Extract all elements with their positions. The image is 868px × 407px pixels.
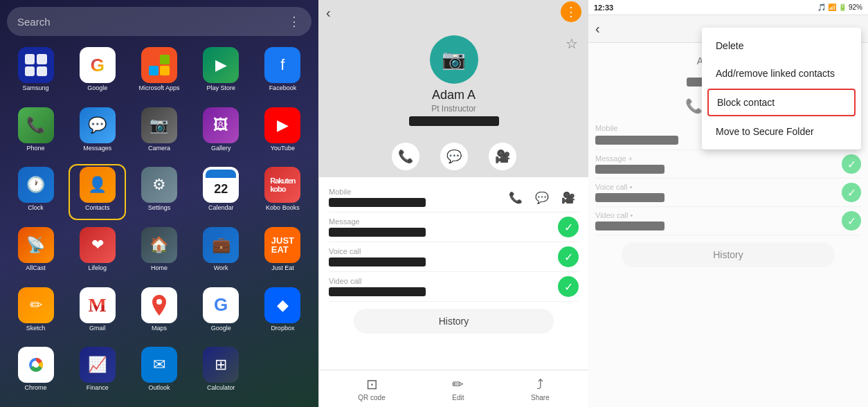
voice-field-row: Voice call ✓: [329, 242, 579, 272]
call-field-icon[interactable]: 📞: [505, 187, 526, 208]
call-action-button[interactable]: 📞: [392, 143, 419, 170]
status-time: 12:33: [594, 3, 613, 12]
video-action-button[interactable]: 🎥: [489, 143, 516, 170]
youtube-label: YouTube: [271, 145, 295, 152]
contact-bottom-bar: ⊡ QR code ✏ Edit ⤴ Share: [319, 370, 588, 407]
contacts-label: Contacts: [85, 205, 110, 212]
history-button[interactable]: History: [354, 309, 554, 334]
app-icon-messages[interactable]: 💬Messages: [69, 105, 126, 161]
app-icon-chrome[interactable]: Chrome: [7, 344, 64, 400]
delete-menu-item[interactable]: Delete: [702, 32, 861, 60]
edit-icon: ✏: [452, 376, 464, 392]
app-icon-camera[interactable]: 📷Camera: [130, 105, 188, 161]
message-action-button[interactable]: 💬: [440, 143, 468, 170]
secure-folder-menu-item[interactable]: Move to Secure Folder: [702, 118, 861, 145]
app-icon-gmail[interactable]: MGmail: [69, 284, 126, 341]
google2-icon: G: [203, 287, 239, 323]
video-label: Video call: [329, 277, 558, 285]
app-icon-finance[interactable]: 📈Finance: [69, 344, 126, 400]
whatsapp-icon[interactable]: ✓: [558, 217, 579, 237]
samsung-label: Samsung: [23, 85, 49, 92]
app-icon-clock[interactable]: 🕐Clock: [7, 164, 64, 220]
app-icon-facebook[interactable]: fFacebook: [254, 44, 311, 100]
app-icon-maps[interactable]: Maps: [130, 284, 188, 341]
add-remove-linked-menu-item[interactable]: Add/remove linked contacts: [702, 60, 861, 87]
app-icon-google[interactable]: GGoogle: [69, 44, 126, 100]
app-icon-microsoft[interactable]: Microsoft Apps: [130, 44, 188, 100]
app-icon-lifelog[interactable]: ❤Lifelog: [69, 224, 126, 280]
app-icon-calendar[interactable]: 22Calendar: [192, 164, 250, 220]
phone-icon: 📞: [18, 107, 54, 143]
message-label: Message: [329, 217, 558, 226]
video-field-icon[interactable]: 🎥: [558, 187, 579, 208]
svg-point-0: [156, 299, 162, 305]
allcast-icon: 📡: [18, 227, 54, 263]
lifelog-icon: ❤: [80, 227, 116, 263]
whatsapp-voice-icon[interactable]: ✓: [558, 246, 579, 267]
whatsapp-3: ✓: [842, 183, 861, 202]
share-button[interactable]: ⤴ Share: [531, 377, 550, 401]
message-value-redacted: [329, 228, 426, 237]
google-label: Google: [87, 85, 107, 92]
lifelog-label: Lifelog: [89, 265, 107, 272]
facebook-icon: f: [264, 47, 300, 83]
contact-name: Adam A: [432, 88, 476, 102]
google-icon: G: [80, 47, 116, 83]
justeat-label: Just Eat: [271, 265, 294, 272]
app-icon-contacts[interactable]: 👤Contacts: [69, 164, 126, 220]
dropbox-label: Dropbox: [271, 325, 294, 332]
app-icon-google2[interactable]: GGoogle: [192, 284, 250, 341]
share-label: Share: [531, 394, 550, 401]
back-icon[interactable]: ‹: [326, 5, 331, 21]
calculator-icon: ⊞: [203, 347, 239, 383]
sketch-label: Sketch: [26, 325, 46, 332]
mobile-label: Mobile: [329, 188, 505, 196]
justeat-icon: JUSTEAT: [264, 227, 300, 263]
app-icon-calculator[interactable]: ⊞Calculator: [192, 344, 250, 400]
more-options-icon[interactable]: ⋮: [288, 14, 301, 29]
back-button[interactable]: ‹: [595, 21, 600, 37]
chrome-label: Chrome: [25, 385, 47, 392]
contact-title: Pt Instructor: [431, 104, 476, 114]
sms-field-icon[interactable]: 💬: [532, 187, 552, 208]
history-button-2[interactable]: History: [622, 242, 834, 267]
app-icon-allcast[interactable]: 📡AllCast: [7, 224, 64, 280]
app-icon-phone[interactable]: 📞Phone: [7, 105, 64, 161]
app-icon-dropbox[interactable]: ◆Dropbox: [254, 284, 311, 341]
search-bar[interactable]: Search ⋮: [7, 7, 311, 36]
work-icon: 💼: [203, 227, 239, 263]
mobile-field-row: Mobile 📞 💬 🎥: [329, 183, 579, 212]
edit-button[interactable]: ✏ Edit: [452, 376, 464, 401]
svg-point-3: [33, 362, 39, 368]
app-icon-work[interactable]: 💼Work: [192, 224, 250, 280]
camera-icon: 📷: [141, 107, 177, 143]
playstore-label: Play Store: [206, 85, 235, 92]
qr-code-button[interactable]: ⊡ QR code: [358, 376, 385, 401]
gmail-label: Gmail: [89, 325, 106, 332]
contact-body: Mobile 📞 💬 🎥 Message ✓ Voice call ✓: [319, 177, 588, 370]
app-icon-settings[interactable]: ⚙Settings: [130, 164, 188, 220]
video-value-redacted: [329, 287, 426, 296]
app-icon-samsung[interactable]: Samsung: [7, 44, 64, 100]
gallery-icon: 🖼: [203, 107, 239, 143]
whatsapp-video-icon[interactable]: ✓: [558, 276, 579, 297]
app-icon-gallery[interactable]: 🖼Gallery: [192, 105, 250, 161]
message-field-row: Message ✓: [329, 212, 579, 242]
app-icon-outlook[interactable]: ✉Outlook: [130, 344, 188, 400]
star-icon[interactable]: ☆: [566, 35, 578, 52]
app-icon-playstore[interactable]: ▶Play Store: [192, 44, 250, 100]
qr-label: QR code: [358, 394, 385, 401]
app-icon-youtube[interactable]: ▶YouTube: [254, 105, 311, 161]
three-dots-button[interactable]: ⋮: [561, 1, 581, 22]
block-contact-menu-item[interactable]: Block contact: [707, 89, 856, 116]
app-icon-home[interactable]: 🏠Home: [130, 224, 188, 280]
voice-value-redacted: [329, 257, 426, 266]
contact-menu-panel: 12:33 🎵 📶 🔋 92% ‹ Delete Add/remove link…: [588, 0, 868, 407]
allcast-label: AllCast: [26, 265, 46, 272]
clock-icon: 🕐: [18, 167, 54, 203]
status-icons: 🎵 📶 🔋 92%: [817, 3, 862, 11]
app-icon-sketch[interactable]: ✏Sketch: [7, 284, 64, 341]
calendar-label: Calendar: [208, 205, 234, 212]
app-icon-kobo[interactable]: RakutenkoboKobo Books: [254, 164, 311, 220]
app-icon-justeat[interactable]: JUSTEATJust Eat: [254, 224, 311, 280]
